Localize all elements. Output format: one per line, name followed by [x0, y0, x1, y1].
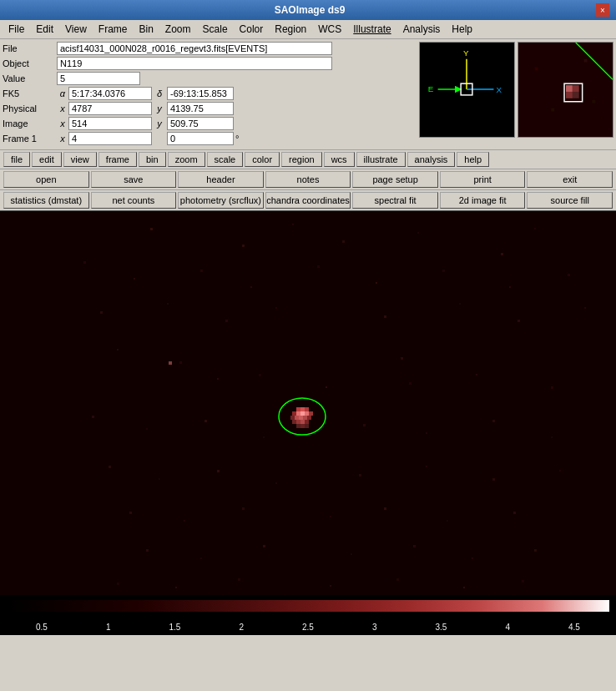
- close-button[interactable]: ×: [596, 3, 609, 17]
- tb-illustrate[interactable]: illustrate: [356, 152, 406, 167]
- svg-rect-34: [509, 286, 511, 288]
- frame-label: Frame 1: [3, 134, 57, 144]
- btn-statistics[interactable]: statistics (dmstat): [3, 192, 89, 209]
- colorbar-label-35: 3.5: [436, 623, 447, 632]
- physical-x-value: 4787: [68, 102, 152, 115]
- btn-source-fill[interactable]: source fill: [527, 192, 613, 209]
- info-section: File acisf14031_000N028_r0016_regevt3.fi…: [0, 39, 616, 150]
- tb-view[interactable]: view: [63, 152, 97, 167]
- svg-text:Y: Y: [463, 48, 469, 58]
- action-notes[interactable]: notes: [265, 171, 351, 188]
- svg-rect-91: [129, 512, 132, 514]
- tb-scale[interactable]: scale: [207, 152, 244, 167]
- image-y-sym: y: [154, 119, 165, 129]
- svg-rect-10: [566, 92, 573, 98]
- svg-rect-22: [292, 224, 294, 225]
- svg-rect-87: [359, 474, 361, 477]
- btn-2d-image-fit[interactable]: 2d image fit: [440, 192, 526, 209]
- svg-rect-94: [330, 516, 331, 517]
- svg-rect-99: [200, 557, 202, 559]
- alpha-symbol: α: [57, 88, 68, 98]
- svg-rect-79: [296, 424, 300, 428]
- menu-file[interactable]: File: [3, 22, 29, 37]
- colorbar-label-15: 1.5: [169, 623, 181, 632]
- object-row: Object N119: [3, 57, 416, 70]
- physical-label: Physical: [3, 103, 57, 113]
- action-row: open save header notes page setup print …: [0, 169, 616, 190]
- svg-rect-13: [535, 67, 538, 70]
- svg-rect-53: [551, 386, 553, 389]
- menu-scale[interactable]: Scale: [198, 22, 233, 37]
- tb-color[interactable]: color: [245, 152, 280, 167]
- action-exit[interactable]: exit: [527, 171, 613, 188]
- tb-edit[interactable]: edit: [32, 152, 62, 167]
- action-open[interactable]: open: [3, 171, 89, 188]
- menu-view[interactable]: View: [60, 22, 92, 37]
- svg-rect-110: [463, 587, 465, 588]
- svg-text:E: E: [428, 84, 434, 93]
- svg-line-7: [576, 43, 613, 79]
- menu-region[interactable]: Region: [270, 22, 311, 37]
- action-print[interactable]: print: [440, 171, 526, 188]
- svg-rect-8: [566, 85, 573, 92]
- svg-rect-52: [476, 374, 477, 376]
- menu-wcs[interactable]: WCS: [313, 22, 346, 37]
- svg-rect-95: [384, 507, 386, 510]
- action-save[interactable]: save: [91, 171, 177, 188]
- tb-frame[interactable]: frame: [98, 152, 137, 167]
- main-image[interactable]: [0, 211, 616, 595]
- svg-rect-97: [513, 512, 516, 514]
- action-pagesetup[interactable]: page setup: [352, 171, 438, 188]
- frame-row: Frame 1 x 4 0 °: [3, 132, 416, 145]
- svg-rect-29: [200, 270, 203, 272]
- btn-chandra-coords[interactable]: chandra coordinates: [265, 192, 351, 209]
- svg-rect-90: [559, 470, 561, 472]
- svg-rect-43: [584, 307, 586, 309]
- btn-photometry[interactable]: photometry (srcflux): [178, 192, 264, 209]
- info-grid: File acisf14031_000N028_r0016_regevt3.fi…: [3, 42, 416, 147]
- colorbar-label-45: 4.5: [568, 623, 580, 632]
- svg-rect-15: [551, 108, 554, 112]
- menu-analysis[interactable]: Analysis: [398, 22, 446, 37]
- fk5-alpha-value: 5:17:34.0376: [68, 87, 152, 100]
- svg-rect-81: [305, 424, 309, 428]
- menu-edit[interactable]: Edit: [31, 22, 58, 37]
- window-title: SAOImage ds9: [23, 4, 596, 16]
- svg-rect-32: [376, 282, 377, 284]
- svg-rect-104: [534, 549, 537, 552]
- tb-analysis[interactable]: analysis: [407, 152, 456, 167]
- menu-help[interactable]: Help: [447, 22, 477, 37]
- menu-color[interactable]: Color: [235, 22, 269, 37]
- btn-spectral-fit[interactable]: spectral fit: [352, 192, 438, 209]
- zoomed-preview: [518, 42, 613, 138]
- svg-rect-51: [409, 382, 412, 385]
- svg-rect-89: [492, 478, 495, 481]
- menu-frame[interactable]: Frame: [93, 22, 133, 37]
- tb-region[interactable]: region: [281, 152, 322, 167]
- btn-netcounts[interactable]: net counts: [91, 192, 177, 209]
- svg-rect-55: [146, 428, 148, 430]
- svg-rect-69: [309, 411, 313, 416]
- tb-file[interactable]: file: [3, 152, 30, 167]
- menu-bin[interactable]: Bin: [134, 22, 159, 37]
- menu-zoom[interactable]: Zoom: [160, 22, 196, 37]
- action-header[interactable]: header: [178, 171, 264, 188]
- preview-container: Y X E: [419, 42, 613, 147]
- svg-rect-59: [426, 432, 427, 434]
- tb-wcs[interactable]: wcs: [324, 152, 355, 167]
- tb-zoom[interactable]: zoom: [168, 152, 205, 167]
- svg-rect-14: [584, 59, 588, 63]
- physical-y-value: 4139.75: [167, 102, 234, 115]
- tb-bin[interactable]: bin: [139, 152, 166, 167]
- tb-help[interactable]: help: [457, 152, 489, 167]
- svg-rect-77: [300, 420, 305, 424]
- svg-rect-27: [83, 261, 86, 264]
- svg-rect-102: [413, 545, 416, 547]
- menu-illustrate[interactable]: Illustrate: [348, 22, 396, 37]
- svg-rect-38: [225, 320, 228, 322]
- svg-rect-21: [242, 245, 245, 247]
- svg-rect-24: [417, 232, 419, 234]
- svg-rect-111: [522, 580, 524, 583]
- svg-rect-23: [342, 240, 345, 243]
- physical-x-sym: x: [57, 103, 68, 113]
